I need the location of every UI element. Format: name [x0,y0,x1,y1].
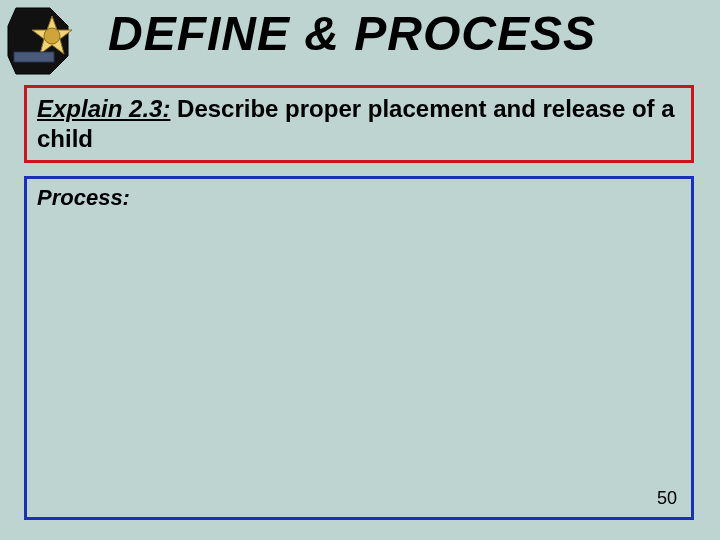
process-label: Process: [37,185,681,211]
svg-rect-3 [14,52,54,62]
slide: DEFINE & PROCESS Explain 2.3: Describe p… [0,0,720,540]
svg-point-2 [44,28,60,44]
slide-title: DEFINE & PROCESS [108,6,700,61]
page-number: 50 [657,488,677,509]
explain-box: Explain 2.3: Describe proper placement a… [24,85,694,163]
explain-text: Explain 2.3: Describe proper placement a… [37,94,681,154]
constable-badge-logo [6,4,80,78]
process-box: Process: 50 [24,176,694,520]
explain-label: Explain 2.3: [37,95,170,122]
